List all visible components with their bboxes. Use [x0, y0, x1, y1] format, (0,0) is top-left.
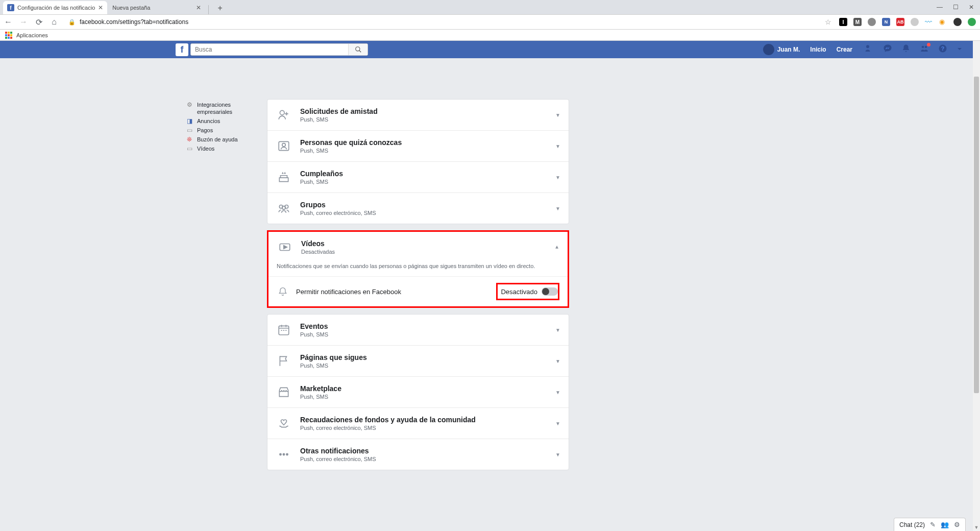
ext-icon[interactable]: ◉: [939, 18, 947, 26]
tab-close-icon[interactable]: ✕: [196, 4, 201, 11]
user-profile-link[interactable]: Juan M.: [759, 44, 804, 55]
scrollbar-thumb[interactable]: [974, 77, 979, 393]
messenger-icon[interactable]: [883, 44, 892, 55]
new-tab-button[interactable]: +: [214, 2, 226, 14]
account-dropdown-icon[interactable]: [957, 45, 963, 54]
person-card-icon: [276, 138, 292, 154]
badge-dot: [927, 43, 930, 46]
window-controls: — ☐ ✕: [930, 0, 980, 14]
minimize-icon[interactable]: —: [937, 4, 943, 11]
apps-grid-icon[interactable]: [5, 32, 12, 39]
chat-dock[interactable]: Chat (22) ✎ 👥 ⚙: [894, 518, 966, 531]
sidebar-item-integrations[interactable]: ⚙ Integraciones empresariales: [186, 100, 262, 116]
user-name: Juan M.: [777, 46, 800, 53]
sidebar-item-videos[interactable]: ▭ Vídeos: [186, 144, 262, 153]
ext-icon[interactable]: N: [882, 18, 890, 26]
row-birthdays[interactable]: CumpleañosPush, SMS ▼: [267, 161, 569, 192]
ext-icon[interactable]: 〰: [925, 18, 933, 26]
video-icon: ▭: [186, 145, 193, 152]
search-button[interactable]: [348, 44, 368, 55]
videos-description: Notificaciones que se envían cuando las …: [268, 262, 568, 276]
row-title: Recaudaciones de fondos y ayuda de la co…: [300, 416, 476, 424]
notifications-card-top: Solicitudes de amistadPush, SMS ▼ Person…: [267, 99, 569, 224]
group-icon: [276, 200, 292, 216]
highlight-toggle: Desactivado: [496, 283, 559, 300]
sidebar-item-payments[interactable]: ▭ Pagos: [186, 126, 262, 135]
chevron-down-icon: ▼: [555, 421, 560, 426]
toggle-state-label: Desactivado: [501, 288, 537, 296]
megaphone-icon: ◨: [186, 117, 193, 125]
forward-icon[interactable]: →: [19, 17, 28, 27]
row-people-you-may-know[interactable]: Personas que quizá conozcasPush, SMS ▼: [267, 130, 569, 161]
card-icon: ▭: [186, 127, 193, 134]
row-videos[interactable]: VídeosDesactivadas ▼: [268, 232, 568, 262]
facebook-viewport: f Juan M. Inicio Crear ?: [0, 41, 973, 531]
search-input[interactable]: [191, 46, 348, 53]
svg-point-6: [282, 143, 286, 147]
ext-icon[interactable]: [911, 18, 919, 26]
ext-icon[interactable]: AB: [896, 18, 904, 26]
tab-close-icon[interactable]: ✕: [98, 4, 103, 11]
address-bar: ← → ⟳ ⌂ 🔒 facebook.com/settings?tab=noti…: [0, 14, 980, 30]
url-text: facebook.com/settings?tab=notifications: [80, 18, 188, 26]
row-other-notifications[interactable]: Otras notificacionesPush, correo electró…: [267, 439, 569, 470]
more-icon: [276, 446, 292, 463]
row-fundraisers[interactable]: Recaudaciones de fondos y ayuda de la co…: [267, 407, 569, 439]
sidebar-item-label: Integraciones empresariales: [197, 101, 262, 115]
row-friend-requests[interactable]: Solicitudes de amistadPush, SMS ▼: [267, 100, 569, 130]
lifebuoy-icon: ❊: [186, 136, 193, 143]
row-groups[interactable]: GruposPush, correo electrónico, SMS ▼: [267, 192, 569, 224]
ext-icon[interactable]: [868, 18, 876, 26]
page-scrollbar[interactable]: ▼: [973, 41, 980, 531]
toggle-knob: [542, 288, 549, 295]
home-icon[interactable]: ⌂: [50, 17, 58, 27]
back-icon[interactable]: ←: [4, 17, 12, 27]
chevron-down-icon: ▼: [555, 206, 560, 211]
row-sub: Push, SMS: [300, 331, 328, 337]
help-icon[interactable]: ?: [938, 44, 947, 55]
tab-active[interactable]: f Configuración de las notificacio ✕: [3, 1, 107, 14]
scroll-down-arrow-icon[interactable]: ▼: [973, 524, 980, 531]
friend-requests-icon[interactable]: [865, 44, 874, 55]
profile-avatar-icon[interactable]: [953, 18, 962, 26]
notifications-icon[interactable]: [901, 44, 911, 55]
compose-icon[interactable]: ✎: [930, 521, 936, 528]
gear-icon[interactable]: ⚙: [954, 521, 960, 528]
close-window-icon[interactable]: ✕: [969, 4, 974, 11]
bell-icon: [277, 285, 289, 298]
bookmark-apps[interactable]: Aplicaciones: [16, 32, 48, 38]
tab-inactive[interactable]: Nueva pestaña ✕: [108, 1, 205, 14]
row-sub: Push, correo electrónico, SMS: [300, 456, 376, 462]
ext-icon[interactable]: [968, 18, 976, 26]
toggle-switch[interactable]: [542, 287, 558, 296]
reload-icon[interactable]: ⟳: [35, 17, 43, 27]
quick-help-icon[interactable]: [920, 44, 929, 55]
tab-strip: f Configuración de las notificacio ✕ Nue…: [0, 0, 980, 14]
omnibox[interactable]: 🔒 facebook.com/settings?tab=notification…: [68, 18, 188, 26]
fb-top-bar: f Juan M. Inicio Crear ?: [0, 41, 973, 58]
ext-icon[interactable]: I: [839, 18, 847, 26]
favicon-facebook: f: [7, 4, 14, 11]
row-marketplace[interactable]: MarketplacePush, SMS ▼: [267, 376, 569, 407]
tab-title: Nueva pestaña: [112, 5, 150, 11]
friend-request-icon: [276, 107, 292, 123]
sidebar-item-ads[interactable]: ◨ Anuncios: [186, 116, 262, 126]
sidebar-item-label: Anuncios: [197, 117, 220, 125]
play-icon: [277, 239, 293, 255]
maximize-icon[interactable]: ☐: [953, 4, 959, 11]
facebook-logo[interactable]: f: [176, 43, 188, 56]
browser-chrome: f Configuración de las notificacio ✕ Nue…: [0, 0, 980, 41]
ext-icon[interactable]: M: [853, 18, 862, 26]
row-sub: Push, SMS: [300, 363, 367, 369]
bookmark-star-icon[interactable]: ☆: [825, 18, 833, 26]
row-title: Solicitudes de amistad: [300, 107, 378, 115]
group-chat-icon[interactable]: 👥: [941, 521, 949, 528]
search-box[interactable]: [190, 43, 368, 56]
row-pages-you-follow[interactable]: Páginas que siguesPush, SMS ▼: [267, 345, 569, 376]
nav-home[interactable]: Inicio: [806, 46, 830, 53]
search-icon: [355, 46, 362, 53]
row-events[interactable]: EventosPush, SMS ▼: [267, 315, 569, 345]
chevron-down-icon: ▼: [555, 112, 560, 118]
nav-create[interactable]: Crear: [832, 46, 856, 53]
sidebar-item-support[interactable]: ❊ Buzón de ayuda: [186, 135, 262, 144]
